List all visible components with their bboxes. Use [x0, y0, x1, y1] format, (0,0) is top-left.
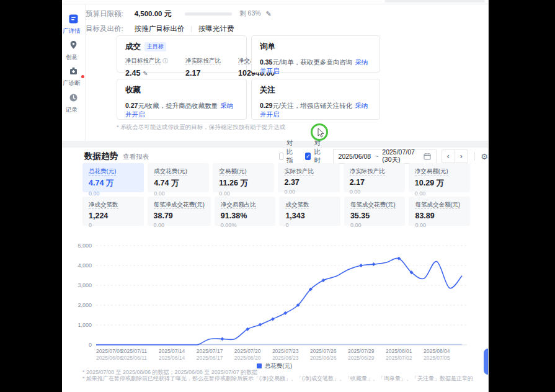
info-icon: ⓘ — [162, 58, 168, 64]
goal-card-follow: 关注 0.29元/关注，增强店铺关注转化采纳并开启 — [251, 79, 380, 120]
metric-value: 83.89 — [415, 212, 464, 220]
metric-compare-value: 0.00 — [415, 222, 464, 228]
budget-edit-icon[interactable]: ✎ — [266, 10, 272, 18]
metric-label: 总花费(元) — [89, 167, 138, 176]
footnote-line: * 如果推广在暂停或删除前已经获得了曝光，那么在暂停或删除后展示「(净)交易额」… — [82, 375, 473, 381]
metric-value: 2.37 — [284, 178, 333, 187]
desc-text: 元/收藏，提升商品收藏数量 — [138, 102, 218, 109]
svg-text:2025/06/29: 2025/06/29 — [348, 355, 375, 361]
metric-row2-card-2[interactable]: 每笔净成交花费(元)38.790.00 — [148, 197, 211, 226]
stat-value: 2.17 — [185, 69, 221, 78]
svg-text:2025/07/05: 2025/07/05 — [424, 355, 450, 361]
calendar-icon[interactable] — [424, 153, 431, 160]
metric-row2-card-3[interactable]: 净交易额占比91.38%0.00% — [215, 197, 276, 226]
bidding-option-goal[interactable]: 按推广目标出价 — [135, 24, 185, 33]
svg-text:2025/06/17: 2025/06/17 — [197, 355, 223, 361]
svg-text:0: 0 — [89, 342, 92, 348]
budget-progress-bar — [185, 12, 232, 16]
legend-label: 总花费(元) — [265, 362, 292, 369]
compare-metric-checkbox[interactable] — [279, 153, 283, 160]
metric-value: 4.74 万 — [89, 178, 138, 189]
metric-label: 成交花费(元) — [154, 167, 203, 176]
screen: 广详情创意广诊断记录 预算日限额: 4,500.00 元 剩 63% ✎ 目标及… — [0, 0, 555, 392]
metric-row1-card-2[interactable]: 成交花费(元)4.74 万0.00 — [148, 163, 209, 192]
goal-inquiry-desc: 0.35元/询单，获取更多意向咨询采纳并开启 — [260, 58, 371, 76]
roi-edit-icon[interactable]: ✎ — [143, 70, 148, 77]
goal-deal-title-row: 成交 主目标 — [125, 42, 238, 52]
trend-chart-wrap: 01,0002,0003,0004,0005,0002025/07/082025… — [74, 241, 474, 367]
svg-text:2025/06/20: 2025/06/20 — [234, 355, 261, 361]
bidding-label: 目标及出价: — [86, 24, 123, 33]
view-report-link[interactable]: 查看报表 — [123, 153, 149, 161]
goal-favorite-title: 收藏 — [125, 85, 238, 96]
prev-period-button[interactable]: ‹ — [442, 149, 455, 163]
svg-text:2025/07/08: 2025/07/08 — [96, 348, 123, 354]
content-area: 广详情创意广诊断记录 预算日限额: 4,500.00 元 剩 63% ✎ 目标及… — [62, 0, 489, 392]
diagnosis-icon — [69, 66, 78, 76]
svg-text:2025/07/14: 2025/07/14 — [159, 348, 185, 354]
price: 0.27 — [125, 102, 138, 109]
goal-favorite-desc: 0.27元/收藏，提升商品收藏数量采纳并开启 — [125, 102, 238, 119]
metric-label: 成交笔数 — [285, 201, 334, 209]
svg-text:2025/07/29: 2025/07/29 — [348, 348, 375, 354]
metric-label: 每笔成交花费(元) — [350, 201, 399, 209]
goal-card-inquiry: 询单 0.35元/询单，获取更多意向咨询采纳并开启 — [251, 35, 380, 73]
metric-label: 每笔成交金额(元) — [415, 201, 464, 209]
metric-compare-value: 0.00 — [415, 190, 464, 197]
svg-text:2025/06/26: 2025/06/26 — [310, 355, 337, 361]
notification-dot — [81, 75, 84, 78]
trend-header: 数据趋势 查看报表 — [84, 151, 149, 162]
date-pager: ‹ › — [442, 149, 468, 163]
metric-compare-value: 0.00 — [154, 190, 203, 197]
history-icon — [69, 93, 78, 102]
metric-compare-value: 0.00% — [221, 222, 270, 228]
trend-title: 数据趋势 — [84, 151, 118, 162]
metric-compare-value: 0.00 — [89, 190, 138, 197]
metric-value: 38.79 — [154, 212, 205, 220]
date-range-input[interactable]: 2025/06/08 ~ 2025/07/07 (30天) — [333, 149, 437, 164]
next-period-button[interactable]: › — [455, 149, 468, 163]
svg-text:2025/08/04: 2025/08/04 — [424, 348, 450, 354]
metric-compare-value: 0.00 — [350, 189, 399, 195]
desc-text: 元/关注，增强店铺关注转化 — [272, 102, 352, 109]
svg-text:1,000: 1,000 — [78, 322, 92, 328]
sidebar-item-4[interactable]: 记录 — [62, 93, 85, 114]
metric-row1-card-6[interactable]: 净交易额(元)10.29 万0.00 — [409, 163, 470, 192]
metric-row1-card-5[interactable]: 净实际投产比2.170.00 — [344, 163, 405, 192]
metric-row1-card-3[interactable]: 交易额(元)11.26 万0.00 — [213, 163, 274, 192]
deal-stat-actual-roi: 净实际投产比 2.17 — [185, 57, 228, 78]
trend-chart: 01,0002,0003,0004,0005,0002025/07/082025… — [74, 241, 474, 365]
metric-row1-card-1[interactable]: 总花费(元)4.74 万0.00 — [82, 163, 144, 192]
stat-label: 净目标投产比 — [125, 57, 161, 65]
metric-label: 交易额(元) — [219, 167, 268, 176]
date-end: 2025/07/07 (30天) — [382, 148, 415, 164]
goals-footnote: * 系统会尽可能达成你设置的目标，保持稳定投放有助于提升达成 — [117, 123, 285, 131]
legend-swatch — [257, 363, 262, 368]
svg-text:2025/07/20: 2025/07/20 — [234, 348, 261, 354]
metric-row1-card-4[interactable]: 实际投产比2.370.00 — [278, 163, 339, 192]
sidebar-item-label: 创意 — [62, 53, 83, 61]
compare-time-checkbox[interactable]: ✓ — [305, 153, 311, 160]
metric-value: 10.29 万 — [415, 178, 464, 189]
metric-label: 净成交笔数 — [89, 201, 138, 209]
metric-row2-card-6[interactable]: 每笔成交金额(元)83.890.00 — [409, 197, 470, 226]
metric-value: 2.17 — [350, 178, 399, 187]
svg-text:4,000: 4,000 — [78, 262, 92, 269]
date-start: 2025/06/08 — [339, 153, 371, 160]
metric-row2-card-5[interactable]: 每笔成交花费(元)35.350.00 — [344, 197, 406, 226]
settings-gear-icon[interactable]: ⚙ — [481, 152, 488, 161]
metric-compare-value: 0.00 — [284, 189, 333, 195]
svg-text:2025/07/02: 2025/07/02 — [386, 355, 412, 361]
metric-row2-card-4[interactable]: 成交笔数1,3430 — [279, 197, 340, 226]
top-scrollbar[interactable] — [384, 0, 485, 2]
bidding-option-exposure[interactable]: 按曝光计费 — [198, 24, 234, 33]
stat-value: 2.45 — [125, 69, 140, 78]
section-gap — [62, 141, 488, 148]
stat-label: 净实际投产比 — [185, 57, 221, 65]
floating-feedback-button[interactable] — [484, 349, 489, 375]
sidebar-item-1[interactable]: 广详情 — [62, 14, 85, 35]
budget-row: 预算日限额: 4,500.00 元 剩 63% ✎ — [86, 9, 272, 18]
metric-row2-card-1[interactable]: 净成交笔数1,2240 — [82, 197, 144, 226]
sidebar-item-2[interactable]: 创意 — [62, 40, 85, 61]
sidebar-item-3[interactable]: 广诊断 — [62, 66, 85, 87]
